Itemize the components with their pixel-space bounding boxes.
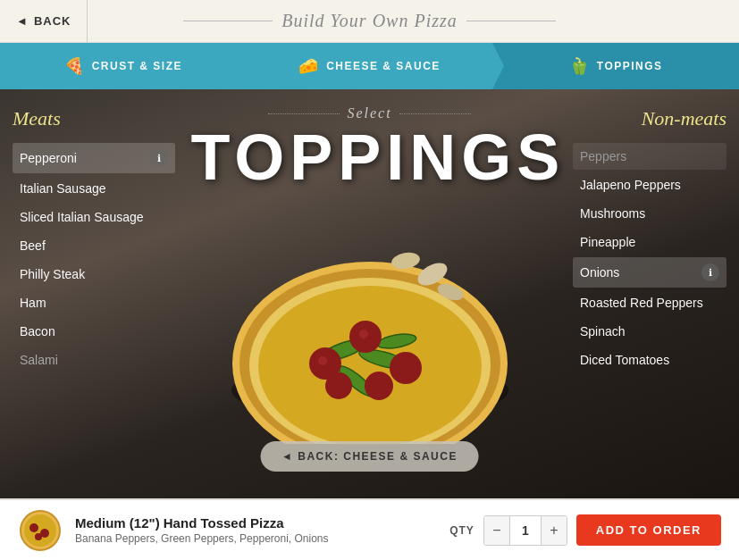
page-header: ◄ BACK Build Your Own Pizza xyxy=(0,0,739,43)
header-title-wrap: Build Your Own Pizza xyxy=(183,11,556,31)
back-sauce-label: ◄ BACK: CHEESE & SAUCE xyxy=(281,450,458,463)
pizza-image xyxy=(227,194,513,444)
topping-salami-label: Salami xyxy=(20,353,58,367)
add-to-order-button[interactable]: ADD TO ORDER xyxy=(576,514,721,546)
step-crust-label: CRUST & SIZE xyxy=(92,60,182,72)
footer-pizza-info: Medium (12") Hand Tossed Pizza Banana Pe… xyxy=(75,515,437,545)
topping-salami[interactable]: Salami xyxy=(13,347,175,373)
topping-beef-label: Beef xyxy=(20,238,46,253)
back-button[interactable]: ◄ BACK xyxy=(0,0,88,42)
svg-point-20 xyxy=(24,514,56,547)
topping-bacon-label: Bacon xyxy=(20,324,55,339)
toppings-heading: TOPPINGS xyxy=(191,125,549,189)
step-cheese-label: CHEESE & SAUCE xyxy=(326,60,441,72)
qty-input[interactable] xyxy=(509,516,542,545)
topping-onions-label: Onions xyxy=(580,265,619,280)
topping-diced-tomatoes-label: Diced Tomatoes xyxy=(580,353,669,367)
onions-info-btn[interactable]: ℹ xyxy=(701,263,719,281)
topping-philly-steak-label: Philly Steak xyxy=(20,267,85,281)
select-label: Select xyxy=(191,105,549,121)
topping-pineapple[interactable]: Pineapple xyxy=(573,229,726,255)
step-cheese[interactable]: 🧀 CHEESE & SAUCE xyxy=(247,43,493,89)
topping-ham-label: Ham xyxy=(20,296,46,310)
nonmeats-title: Non-meats xyxy=(573,107,726,130)
step-crust[interactable]: 🍕 CRUST & SIZE xyxy=(0,43,247,89)
topping-jalapeno-label: Jalapeno Peppers xyxy=(580,178,681,192)
back-label: BACK xyxy=(34,14,71,28)
qty-increase-button[interactable]: + xyxy=(542,516,567,545)
topping-italian-sausage-label: Italian Sausage xyxy=(20,181,106,196)
topping-spinach-label: Spinach xyxy=(580,324,626,339)
main-content: Select TOPPINGS Meats Pepperoni ℹ Italia… xyxy=(0,89,739,498)
topping-jalapeno[interactable]: Jalapeno Peppers xyxy=(573,171,726,198)
footer-pizza-name: Medium (12") Hand Tossed Pizza xyxy=(75,515,437,531)
topping-beef[interactable]: Beef xyxy=(13,232,175,259)
meats-title: Meats xyxy=(13,107,175,130)
topping-sliced-italian-sausage[interactable]: Sliced Italian Sausage xyxy=(13,204,175,230)
pepperoni-info-btn[interactable]: ℹ xyxy=(150,149,168,167)
cheese-icon: 🧀 xyxy=(298,56,319,76)
topping-pepperoni-label: Pepperoni xyxy=(20,151,77,165)
add-order-label: ADD TO ORDER xyxy=(596,523,701,537)
svg-point-13 xyxy=(325,372,352,399)
svg-point-4 xyxy=(258,286,482,444)
qty-controls: − + xyxy=(483,515,567,546)
topping-diced-tomatoes[interactable]: Diced Tomatoes xyxy=(573,347,726,373)
topping-ham[interactable]: Ham xyxy=(13,289,175,316)
center-heading: Select TOPPINGS xyxy=(191,105,549,189)
qty-decrease-button[interactable]: − xyxy=(484,516,509,545)
topping-italian-sausage[interactable]: Italian Sausage xyxy=(13,175,175,202)
topping-philly-steak[interactable]: Philly Steak xyxy=(13,261,175,288)
svg-point-21 xyxy=(29,523,38,532)
topping-pepperoni[interactable]: Pepperoni ℹ xyxy=(13,143,175,173)
topping-pineapple-label: Pineapple xyxy=(580,235,635,249)
topping-roasted-peppers[interactable]: Roasted Red Peppers xyxy=(573,289,726,316)
topping-peppers-label: Peppers xyxy=(580,149,626,163)
dotted-line-right xyxy=(399,113,471,114)
toppings-icon: 🫑 xyxy=(569,56,590,76)
title-line-right xyxy=(466,21,556,21)
footer: Medium (12") Hand Tossed Pizza Banana Pe… xyxy=(0,498,739,560)
svg-point-12 xyxy=(365,372,393,400)
back-cheese-sauce-button[interactable]: ◄ BACK: CHEESE & SAUCE xyxy=(260,441,479,472)
topping-spinach[interactable]: Spinach xyxy=(573,318,726,345)
back-arrow-icon: ◄ xyxy=(16,14,29,28)
page-title: Build Your Own Pizza xyxy=(281,11,458,31)
topping-peppers[interactable]: Peppers xyxy=(573,143,726,170)
svg-point-14 xyxy=(318,356,327,365)
meats-panel: Meats Pepperoni ℹ Italian Sausage Sliced… xyxy=(0,89,188,498)
svg-point-23 xyxy=(35,533,42,540)
topping-roasted-peppers-label: Roasted Red Peppers xyxy=(580,296,703,310)
topping-bacon[interactable]: Bacon xyxy=(13,318,175,345)
crust-icon: 🍕 xyxy=(64,56,85,76)
pizza-footer-icon xyxy=(18,508,63,553)
footer-controls: QTY − + ADD TO ORDER xyxy=(449,514,721,546)
topping-onions[interactable]: Onions ℹ xyxy=(573,257,726,288)
step-toppings[interactable]: 🫑 TOPPINGS xyxy=(492,43,739,89)
svg-point-11 xyxy=(390,352,422,384)
step-nav: 🍕 CRUST & SIZE 🧀 CHEESE & SAUCE 🫑 TOPPIN… xyxy=(0,43,739,89)
qty-label: QTY xyxy=(449,524,474,537)
topping-sliced-italian-sausage-label: Sliced Italian Sausage xyxy=(20,210,144,224)
nonmeats-panel: Non-meats Peppers Jalapeno Peppers Mushr… xyxy=(560,89,739,498)
svg-point-15 xyxy=(359,330,368,339)
title-line-left xyxy=(183,21,273,21)
topping-mushrooms[interactable]: Mushrooms xyxy=(573,200,726,227)
step-toppings-label: TOPPINGS xyxy=(597,60,663,72)
dotted-line-left xyxy=(268,113,340,114)
footer-toppings: Banana Peppers, Green Peppers, Pepperoni… xyxy=(75,532,437,545)
topping-mushrooms-label: Mushrooms xyxy=(580,206,645,221)
